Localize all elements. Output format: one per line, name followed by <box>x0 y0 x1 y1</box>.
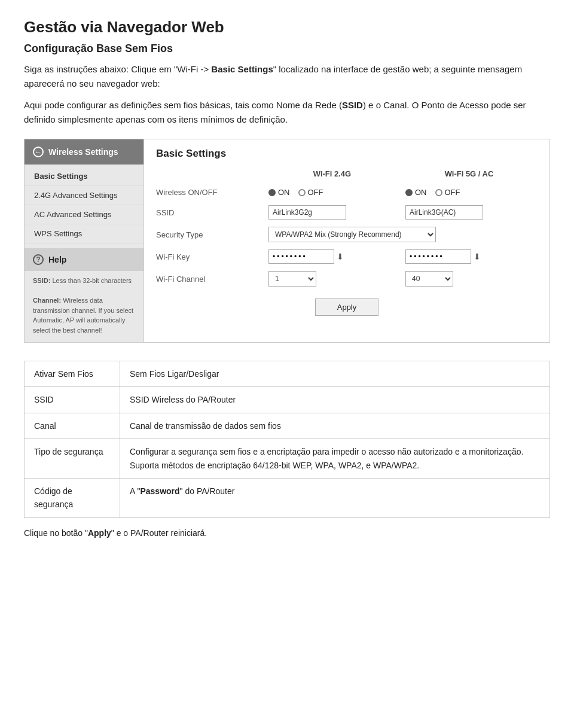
table-row-security-code: Código de segurança A "Password" do PA/R… <box>25 478 550 517</box>
router-ui-panel: ← Wireless Settings Basic Settings 2.4G … <box>24 139 550 343</box>
wifi-channel-24g-cell: 1 <box>264 267 401 290</box>
security-type-select[interactable]: WPA/WPA2 Mix (Strongly Recommend) <box>268 227 436 242</box>
sidebar-nav: Basic Settings 2.4G Advanced Settings AC… <box>25 165 144 246</box>
table-label-ssid: SSID <box>25 387 120 413</box>
wifi-key-24g-input[interactable] <box>268 249 334 264</box>
table-value-security-type: Configurar a segurança sem fios e a encr… <box>120 439 550 479</box>
table-label-wireless: Ativar Sem Fios <box>25 361 120 387</box>
table-row-security-type: Tipo de segurança Configurar a segurança… <box>25 439 550 479</box>
table-row-wireless: Ativar Sem Fios Sem Fios Ligar/Desligar <box>25 361 550 387</box>
table-value-ssid: SSID Wireless do PA/Router <box>120 387 550 413</box>
ssid-24g-cell <box>264 202 401 223</box>
wireless-icon: ← <box>33 147 44 157</box>
radio-dot-off-5g <box>435 189 442 196</box>
radio-on-label-5g: ON <box>415 188 427 197</box>
radio-on-24g[interactable]: ON <box>268 188 290 197</box>
radio-dot-on-24g <box>268 189 276 196</box>
table-label-security-type: Tipo de segurança <box>25 439 120 479</box>
wireless-settings-label: Wireless Settings <box>48 147 118 157</box>
help-label: Help <box>48 255 66 264</box>
apply-bold: Apply <box>88 528 111 538</box>
table-row-ssid: SSID SSID Wireless do PA/Router <box>25 387 550 413</box>
ssid-24g-input[interactable] <box>268 205 346 220</box>
ssid-5g-input[interactable] <box>405 205 483 220</box>
radio-group-24g-onoff: ON OFF <box>268 188 396 197</box>
ssid-help-label: SSID: <box>33 277 50 284</box>
security-type-cell: WPA/WPA2 Mix (Strongly Recommend) <box>264 223 538 246</box>
ssid-help-text: Less than 32-bit characters <box>52 277 132 284</box>
security-type-label: Security Type <box>156 226 264 244</box>
wireless-onoff-24g: ON OFF <box>264 184 401 200</box>
wifi-key-5g-cell: ⬇ <box>401 246 538 267</box>
table-value-security-code: A "Password" do PA/Router <box>120 478 550 517</box>
sidebar-item-ac-advanced[interactable]: AC Advanced Settings <box>25 205 144 224</box>
radio-on-label-24g: ON <box>278 188 290 197</box>
wireless-onoff-label: Wireless ON/OFF <box>156 183 264 202</box>
radio-off-label-24g: OFF <box>308 188 323 197</box>
wireless-onoff-5g: ON OFF <box>401 184 538 200</box>
wifi-channel-label: Wi-Fi Channel <box>156 270 264 288</box>
apply-button[interactable]: Apply <box>315 298 379 316</box>
table-value-canal: Canal de transmissão de dados sem fios <box>120 413 550 438</box>
col-header-5g: Wi-Fi 5G / AC <box>401 169 538 183</box>
content-title: Basic Settings <box>156 148 538 160</box>
wifi-key-24g-row: ⬇ <box>268 249 396 264</box>
radio-off-label-5g: OFF <box>445 188 460 197</box>
wifi-channel-5g-cell: 40 <box>401 267 538 290</box>
radio-group-5g-onoff: ON OFF <box>405 188 533 197</box>
wifi-key-5g-input[interactable] <box>405 249 471 264</box>
bold-basic-settings: Basic Settings <box>211 64 273 74</box>
radio-dot-off-24g <box>298 189 306 196</box>
wifi-settings-grid: Wi-Fi 2.4G Wi-Fi 5G / AC Wireless ON/OFF… <box>156 169 538 290</box>
sidebar-item-basic-settings[interactable]: Basic Settings <box>25 167 144 186</box>
table-label-security-code: Código de segurança <box>25 478 120 517</box>
ssid-bold: SSID <box>342 100 363 110</box>
help-icon: ? <box>33 254 44 265</box>
wifi-channel-5g-select[interactable]: 40 <box>405 271 453 287</box>
radio-on-5g[interactable]: ON <box>405 188 427 197</box>
wifi-key-5g-row: ⬇ <box>405 249 533 264</box>
channel-help-label: Channel: <box>33 297 61 304</box>
ssid-5g-cell <box>401 202 538 223</box>
help-text: SSID: Less than 32-bit characters Channe… <box>25 271 144 342</box>
description-text: Aqui pode configurar as definições sem f… <box>24 98 550 127</box>
intro-text: Siga as instruções abaixo: Clique em "Wi… <box>24 62 550 91</box>
footer-text: Clique no botão "Apply" e o PA/Router re… <box>24 526 550 540</box>
wifi-channel-24g-select[interactable]: 1 <box>268 271 316 287</box>
table-row-canal: Canal Canal de transmissão de dados sem … <box>25 413 550 438</box>
wifi-key-label: Wi-Fi Key <box>156 248 264 266</box>
radio-off-24g[interactable]: OFF <box>298 188 323 197</box>
table-value-wireless: Sem Fios Ligar/Desligar <box>120 361 550 387</box>
col-header-24g: Wi-Fi 2.4G <box>264 169 401 183</box>
help-section-header: ? Help <box>25 248 144 271</box>
ssid-label: SSID <box>156 203 264 222</box>
info-table: Ativar Sem Fios Sem Fios Ligar/Desligar … <box>24 361 550 518</box>
radio-dot-on-5g <box>405 189 413 196</box>
password-bold: Password <box>140 486 179 496</box>
page-subtitle: Configuração Base Sem Fios <box>24 42 550 55</box>
content-area: Basic Settings Wi-Fi 2.4G Wi-Fi 5G / AC … <box>144 139 549 342</box>
sidebar-item-24g-advanced[interactable]: 2.4G Advanced Settings <box>25 186 144 205</box>
apply-btn-row: Apply <box>156 298 538 316</box>
show-password-24g-icon[interactable]: ⬇ <box>337 252 344 261</box>
radio-off-5g[interactable]: OFF <box>435 188 460 197</box>
sidebar-item-wps-settings[interactable]: WPS Settings <box>25 224 144 243</box>
page-title: Gestão via Navegador Web <box>24 18 550 36</box>
sidebar: ← Wireless Settings Basic Settings 2.4G … <box>25 139 144 342</box>
wireless-settings-header: ← Wireless Settings <box>25 139 144 165</box>
table-label-canal: Canal <box>25 413 120 438</box>
wifi-key-24g-cell: ⬇ <box>264 246 401 267</box>
show-password-5g-icon[interactable]: ⬇ <box>474 252 481 261</box>
